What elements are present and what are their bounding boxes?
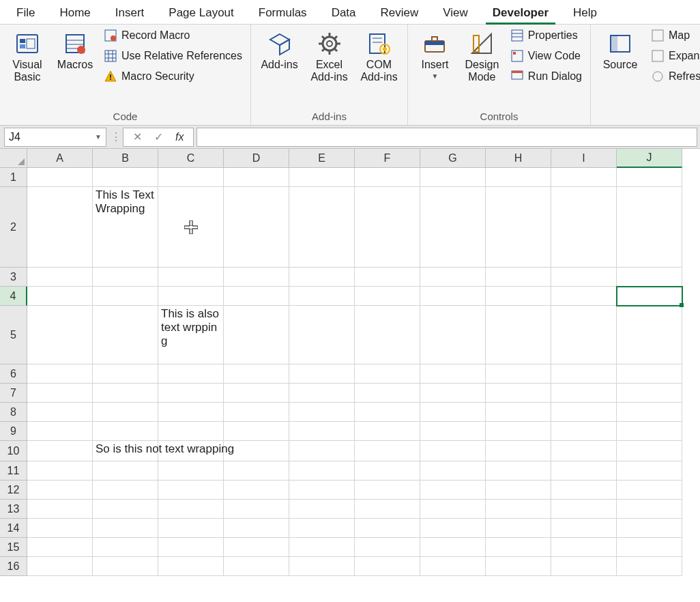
row-header-1[interactable]: 1 (0, 168, 27, 187)
cell-C2[interactable] (158, 187, 224, 268)
cell-C1[interactable] (158, 168, 224, 187)
row-header-13[interactable]: 13 (0, 500, 27, 519)
row-header-2[interactable]: 2 (0, 187, 27, 268)
use-relative-references-button[interactable]: Use Relative References (101, 48, 245, 64)
row-header-11[interactable]: 11 (0, 461, 27, 481)
cell-J9[interactable] (617, 422, 682, 441)
cell-H16[interactable] (486, 557, 551, 576)
cell-C12[interactable] (158, 481, 224, 500)
cell-I3[interactable] (551, 268, 617, 287)
cell-A3[interactable] (27, 268, 93, 287)
cell-J11[interactable] (617, 461, 682, 481)
cell-A15[interactable] (27, 538, 93, 557)
cell-H12[interactable] (486, 481, 551, 500)
cell-H5[interactable] (486, 306, 551, 364)
cell-J8[interactable] (617, 403, 682, 422)
cell-J2[interactable] (617, 187, 682, 268)
cell-I12[interactable] (551, 481, 617, 500)
cell-G3[interactable] (420, 268, 486, 287)
cell-G1[interactable] (420, 168, 486, 187)
cell-D1[interactable] (224, 168, 289, 187)
cell-H7[interactable] (486, 384, 551, 403)
properties-button[interactable]: Properties (508, 27, 585, 44)
cell-C15[interactable] (158, 538, 224, 557)
cell-J16[interactable] (617, 557, 682, 576)
cell-E14[interactable] (289, 519, 355, 538)
cell-G13[interactable] (420, 500, 486, 519)
row-header-6[interactable]: 6 (0, 364, 27, 384)
cell-G15[interactable] (420, 538, 486, 557)
cell-I14[interactable] (551, 519, 617, 538)
cell-C11[interactable] (158, 461, 224, 481)
cell-I16[interactable] (551, 557, 617, 576)
cell-E11[interactable] (289, 461, 355, 481)
cell-B16[interactable] (93, 557, 158, 576)
cell-I2[interactable] (551, 187, 617, 268)
cell-A12[interactable] (27, 481, 93, 500)
cell-C5[interactable]: This is also text wrpping (158, 306, 224, 364)
xml-source-button[interactable]: Source (596, 27, 644, 74)
cell-B11[interactable] (93, 461, 158, 481)
cell-H2[interactable] (486, 187, 551, 268)
cell-J4[interactable] (617, 287, 682, 306)
cell-H9[interactable] (486, 422, 551, 441)
row-header-16[interactable]: 16 (0, 557, 27, 576)
column-header-B[interactable]: B (93, 149, 158, 168)
cell-G6[interactable] (420, 364, 486, 384)
design-mode-button[interactable]: Design Mode (461, 27, 504, 87)
row-header-7[interactable]: 7 (0, 384, 27, 403)
row-header-9[interactable]: 9 (0, 422, 27, 441)
cell-H15[interactable] (486, 538, 551, 557)
row-header-8[interactable]: 8 (0, 403, 27, 422)
cell-G10[interactable] (420, 441, 486, 461)
cell-F4[interactable] (355, 287, 420, 306)
accept-formula-icon[interactable]: ✓ (154, 130, 163, 143)
cell-B3[interactable] (93, 268, 158, 287)
map-properties-button[interactable]: Map (648, 27, 700, 44)
cell-D11[interactable] (224, 461, 289, 481)
cell-H11[interactable] (486, 461, 551, 481)
cell-B13[interactable] (93, 500, 158, 519)
cell-H4[interactable] (486, 287, 551, 306)
cell-D13[interactable] (224, 500, 289, 519)
cell-H3[interactable] (486, 268, 551, 287)
cell-D4[interactable] (224, 287, 289, 306)
cell-B15[interactable] (93, 538, 158, 557)
cell-C7[interactable] (158, 384, 224, 403)
cell-F16[interactable] (355, 557, 420, 576)
cell-B8[interactable] (93, 403, 158, 422)
cell-E10[interactable] (289, 441, 355, 461)
cell-J6[interactable] (617, 364, 682, 384)
cell-J1[interactable] (617, 168, 682, 187)
cell-C3[interactable] (158, 268, 224, 287)
macros-button[interactable]: Macros (53, 27, 97, 74)
cell-A9[interactable] (27, 422, 93, 441)
cell-D14[interactable] (224, 519, 289, 538)
name-box[interactable]: J4 ▼ (4, 128, 106, 147)
cell-E16[interactable] (289, 557, 355, 576)
cell-C13[interactable] (158, 500, 224, 519)
tab-home[interactable]: Home (47, 2, 102, 24)
cell-A10[interactable] (27, 441, 93, 461)
cell-C16[interactable] (158, 557, 224, 576)
cell-D7[interactable] (224, 384, 289, 403)
cell-I13[interactable] (551, 500, 617, 519)
tab-formulas[interactable]: Formulas (246, 2, 319, 24)
cell-J14[interactable] (617, 519, 682, 538)
cell-I9[interactable] (551, 422, 617, 441)
cell-F8[interactable] (355, 403, 420, 422)
cell-G7[interactable] (420, 384, 486, 403)
cell-B14[interactable] (93, 519, 158, 538)
record-macro-button[interactable]: Record Macro (101, 27, 245, 44)
cell-G5[interactable] (420, 306, 486, 364)
cell-E12[interactable] (289, 481, 355, 500)
cell-C9[interactable] (158, 422, 224, 441)
cell-B9[interactable] (93, 422, 158, 441)
cell-A16[interactable] (27, 557, 93, 576)
cell-A11[interactable] (27, 461, 93, 481)
cell-E8[interactable] (289, 403, 355, 422)
cell-A14[interactable] (27, 519, 93, 538)
row-header-10[interactable]: 10 (0, 441, 27, 461)
cell-F10[interactable] (355, 441, 420, 461)
cell-E1[interactable] (289, 168, 355, 187)
